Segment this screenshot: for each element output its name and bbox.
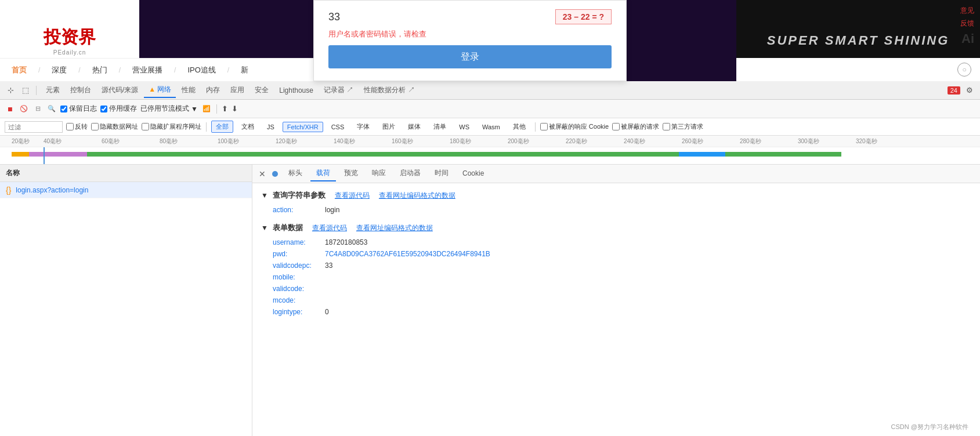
blocked-cookies-checkbox[interactable]: 被屏蔽的响应 Cookie [540, 122, 609, 131]
nav-more[interactable]: 新 [241, 65, 248, 75]
search-button[interactable]: ○ [957, 63, 971, 77]
preserve-log-checkbox[interactable]: 保留日志 [60, 104, 97, 114]
detail-tab-payload[interactable]: 载荷 [310, 166, 336, 181]
filter-media-button[interactable]: 媒体 [403, 121, 425, 133]
hide-data-urls-checkbox[interactable]: 隐藏数据网址 [91, 122, 138, 131]
watermark: CSDN @努力学习名种软件 [891, 423, 968, 431]
detail-tab-preview[interactable]: 预览 [338, 166, 364, 181]
file-item-login[interactable]: {} login.aspx?action=login [0, 182, 252, 198]
filter-ws-button[interactable]: WS [454, 122, 474, 132]
settings-icon[interactable]: ⚙ [964, 85, 975, 96]
captcha-row: 33 23 – 22 = ? [328, 9, 612, 24]
nav-home[interactable]: 首页 [12, 65, 27, 75]
param-val-username: 18720180853 [325, 238, 367, 246]
tab-element[interactable]: 元素 [41, 83, 64, 97]
tab-perf-insight[interactable]: 性能数据分析 ↗ [359, 83, 419, 97]
tab-console[interactable]: 控制台 [66, 83, 96, 97]
nav-depth[interactable]: 深度 [52, 65, 67, 75]
network-conditions-icon[interactable]: 📶 [201, 104, 212, 114]
detail-tab-response[interactable]: 响应 [366, 166, 392, 181]
error-message: 用户名或者密码错误，请检查 [328, 29, 612, 39]
tab-source[interactable]: 源代码/来源 [97, 83, 143, 97]
tab-memory[interactable]: 内存 [201, 83, 225, 97]
inspect-icon[interactable]: ⬚ [20, 85, 31, 96]
nav-hot[interactable]: 热门 [92, 65, 107, 75]
tick-280: 280毫秒 [740, 137, 798, 146]
captcha-expression: 23 – 22 = ? [555, 9, 612, 24]
third-party-checkbox[interactable]: 第三方请求 [663, 122, 703, 131]
form-toggle[interactable]: ▼ [261, 224, 268, 232]
tab-recorder[interactable]: 记录器 ↗ [319, 83, 358, 97]
param-val-logintype: 0 [325, 308, 329, 316]
download-icon[interactable]: ⬇ [232, 104, 238, 113]
query-section-title: 查询字符串参数 [273, 190, 326, 201]
stop-recording-button[interactable]: ⏹ [5, 104, 15, 114]
tick-160: 160毫秒 [392, 137, 450, 146]
nav-ipo[interactable]: IPO追线 [187, 65, 215, 75]
tick-20: 20毫秒 [12, 137, 44, 146]
logo-english: PEdaily.cn [53, 49, 86, 56]
param-mcode: mcode: [261, 295, 971, 306]
status-dot [272, 171, 278, 177]
tick-80: 80毫秒 [160, 137, 218, 146]
tick-180: 180毫秒 [450, 137, 508, 146]
offline-mode-dropdown[interactable]: 已停用节流模式 ▼ [140, 104, 198, 114]
query-toggle[interactable]: ▼ [261, 191, 268, 199]
filter-wasm-button[interactable]: Wasm [478, 122, 505, 132]
filter-input[interactable] [5, 121, 63, 133]
filter-all-button[interactable]: 全部 [211, 121, 233, 133]
right-side-hint: 意见 反馈 Ai [922, 0, 980, 52]
filter-js-button[interactable]: JS [262, 122, 279, 132]
filter-manifest-button[interactable]: 清单 [429, 121, 451, 133]
invert-checkbox[interactable]: 反转 [66, 122, 88, 131]
hide-extension-checkbox[interactable]: 隐藏扩展程序网址 [142, 122, 201, 131]
param-key-logintype: logintype: [273, 308, 325, 316]
cursor-icon[interactable]: ⊹ [5, 85, 16, 96]
file-name: login.aspx?action=login [16, 186, 88, 194]
details-panel: ✕ 标头 载荷 预览 响应 启动器 时间 Cookie ▼ 查询字符串参数 查看… [252, 165, 980, 436]
tab-application[interactable]: 应用 [226, 83, 249, 97]
detail-tab-header[interactable]: 标头 [283, 166, 308, 181]
bar-green [87, 152, 841, 157]
filter-css-button[interactable]: CSS [327, 122, 349, 132]
filter-doc-button[interactable]: 文档 [237, 121, 259, 133]
filter-toggle-button[interactable]: ⊟ [32, 104, 43, 114]
tab-lighthouse[interactable]: Lighthouse [274, 84, 318, 97]
detail-tab-timing[interactable]: 时间 [429, 166, 454, 181]
query-view-url-link[interactable]: 查看网址编码格式的数据 [379, 191, 455, 201]
close-details-button[interactable]: ✕ [257, 169, 267, 179]
clear-network-button[interactable]: 🚫 [19, 104, 29, 114]
tab-security[interactable]: 安全 [250, 83, 273, 97]
detail-tab-cookie[interactable]: Cookie [457, 167, 490, 181]
devtools-panel: ⊹ ⬚ 元素 控制台 源代码/来源 ▲网络 性能 内存 应用 安全 Lighth… [0, 81, 980, 436]
tab-performance[interactable]: 性能 [177, 83, 200, 97]
param-validcode: validcode: [261, 283, 971, 295]
param-key-pwd: pwd: [273, 250, 325, 258]
timeline-bars [0, 147, 980, 165]
filter-fetch-xhr-button[interactable]: Fetch/XHR [283, 122, 323, 132]
blocked-requests-checkbox[interactable]: 被屏蔽的请求 [612, 122, 659, 131]
login-modal: 33 23 – 22 = ? 用户名或者密码错误，请检查 登录 [313, 0, 627, 81]
tick-300: 300毫秒 [798, 137, 856, 146]
tab-network[interactable]: ▲网络 [144, 82, 176, 98]
ai-text: Ai [928, 31, 974, 46]
filter-img-button[interactable]: 图片 [378, 121, 400, 133]
form-view-source-link[interactable]: 查看源代码 [312, 223, 347, 233]
tick-240: 240毫秒 [624, 137, 682, 146]
search-network-button[interactable]: 🔍 [46, 104, 57, 114]
form-view-url-link[interactable]: 查看网址编码格式的数据 [356, 223, 433, 233]
filter-other-button[interactable]: 其他 [508, 121, 530, 133]
login-button[interactable]: 登录 [328, 45, 612, 68]
query-view-source-link[interactable]: 查看源代码 [335, 191, 370, 201]
timeline-area: 20毫秒 40毫秒 60毫秒 80毫秒 100毫秒 120毫秒 140毫秒 16… [0, 136, 980, 165]
nav-biz[interactable]: 营业展播 [132, 65, 162, 75]
upload-icon[interactable]: ⬆ [222, 104, 228, 113]
devtools-tab-bar: ⊹ ⬚ 元素 控制台 源代码/来源 ▲网络 性能 内存 应用 安全 Lighth… [0, 81, 980, 100]
disable-cache-checkbox[interactable]: 停用缓存 [100, 104, 137, 114]
filter-sep2 [535, 122, 536, 132]
gear-area: 24 ⚙ [945, 85, 975, 96]
detail-tab-initiator[interactable]: 启动器 [394, 166, 426, 181]
logo-chinese: 投资界 [44, 26, 96, 49]
filter-font-button[interactable]: 字体 [352, 121, 374, 133]
timeline-line [44, 147, 45, 165]
